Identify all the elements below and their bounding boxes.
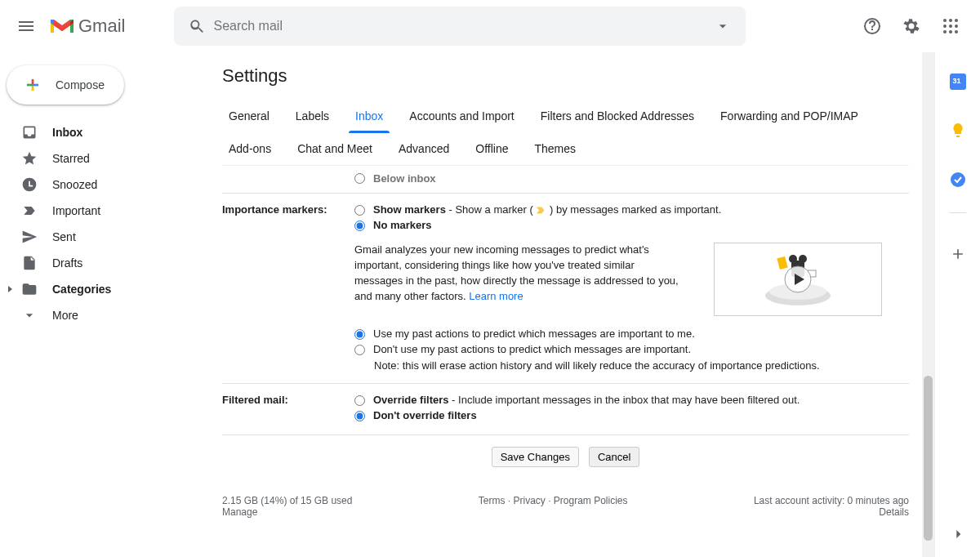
tab-themes[interactable]: Themes: [528, 132, 583, 165]
star-icon: [21, 150, 38, 167]
storage-text: 2.15 GB (14%) of 15 GB used: [222, 495, 352, 506]
compose-button[interactable]: Compose: [7, 65, 124, 105]
search-input[interactable]: [213, 19, 706, 33]
tab-filters[interactable]: Filters and Blocked Addresses: [534, 100, 701, 132]
terms-link[interactable]: Terms: [479, 495, 506, 506]
main-menu-button[interactable]: [7, 7, 46, 46]
apps-button[interactable]: [934, 10, 967, 42]
gmail-logo[interactable]: Gmail: [49, 16, 125, 37]
radio-below-inbox[interactable]: [354, 173, 365, 184]
sidebar-item-important[interactable]: Important: [0, 198, 209, 224]
nav-label: More: [52, 309, 78, 322]
footer-left: 2.15 GB (14%) of 15 GB used Manage: [222, 495, 352, 518]
svg-point-13: [943, 30, 947, 33]
filtered-label: Filtered mail:: [222, 394, 354, 425]
radio-use-past[interactable]: [354, 329, 365, 340]
settings-scroll[interactable]: Below inbox Importance markers: Show mar…: [222, 166, 909, 557]
compose-label: Compose: [56, 78, 105, 91]
sidebar-item-inbox[interactable]: Inbox: [0, 119, 209, 145]
side-keep[interactable]: [942, 114, 974, 147]
footer: 2.15 GB (14%) of 15 GB used Manage Terms…: [222, 488, 909, 531]
sidebar-item-categories[interactable]: Categories: [0, 276, 209, 302]
keep-icon: [950, 123, 966, 139]
header-right: [856, 10, 973, 42]
svg-point-19: [789, 255, 797, 263]
page-title: Settings: [222, 65, 909, 87]
sidebar-item-more[interactable]: More: [0, 302, 209, 328]
tab-offline[interactable]: Offline: [469, 132, 514, 165]
radio-dont-use-past[interactable]: [354, 345, 365, 355]
tab-general[interactable]: General: [222, 100, 276, 132]
tab-chat[interactable]: Chat and Meet: [291, 132, 379, 165]
clock-icon: [21, 176, 38, 193]
manage-storage-link[interactable]: Manage: [222, 506, 257, 518]
importance-explain-text: Gmail analyzes your new incoming message…: [354, 243, 681, 316]
side-panel: 31: [934, 52, 980, 557]
gear-icon: [902, 16, 921, 36]
tab-forwarding[interactable]: Forwarding and POP/IMAP: [714, 100, 865, 132]
tune-icon: [715, 18, 731, 34]
details-link[interactable]: Details: [879, 506, 909, 518]
scrollbar-thumb[interactable]: [924, 376, 933, 541]
nav-label: Sent: [52, 230, 76, 243]
nav-label: Categories: [52, 283, 111, 296]
radio-dont-override[interactable]: [354, 411, 365, 421]
important-icon: [21, 203, 38, 219]
save-button[interactable]: Save Changes: [492, 447, 579, 467]
side-tasks[interactable]: [942, 163, 974, 196]
nav-label: Starred: [52, 152, 90, 165]
sent-icon: [21, 229, 38, 245]
radio-show-markers[interactable]: [354, 205, 365, 216]
actions-row: Save Changes Cancel: [222, 435, 909, 488]
importance-video[interactable]: [714, 243, 882, 316]
svg-point-24: [951, 172, 965, 187]
caret-right-icon: [7, 283, 15, 296]
dont-use-past-text: Don't use my past actions to predict whi…: [373, 343, 691, 355]
side-collapse-button[interactable]: [942, 518, 974, 550]
categories-icon: [21, 281, 38, 297]
scrollbar[interactable]: [922, 52, 934, 557]
setting-row-filtered: Filtered mail: Override filters - Includ…: [222, 384, 909, 435]
setting-row-partial: Below inbox: [222, 166, 909, 194]
tab-accounts[interactable]: Accounts and Import: [403, 100, 520, 132]
radio-override-filters[interactable]: [354, 395, 365, 406]
sidebar-item-drafts[interactable]: Drafts: [0, 250, 209, 276]
tab-addons[interactable]: Add-ons: [222, 132, 278, 165]
nav-label: Inbox: [52, 126, 82, 139]
privacy-link[interactable]: Privacy: [513, 495, 545, 506]
hamburger-icon: [16, 16, 36, 36]
filtered-body: Override filters - Include important mes…: [354, 394, 909, 425]
side-calendar[interactable]: 31: [942, 65, 974, 98]
svg-point-12: [955, 25, 958, 28]
learn-more-link[interactable]: Learn more: [469, 290, 523, 302]
nav: Inbox Starred Snoozed Important Sent: [0, 119, 209, 328]
search-options-button[interactable]: [706, 10, 739, 42]
header: Gmail: [0, 0, 980, 52]
sidebar-item-snoozed[interactable]: Snoozed: [0, 172, 209, 198]
activity-text: Last account activity: 0 minutes ago: [754, 495, 909, 506]
plus-icon: [950, 246, 966, 262]
search-icon[interactable]: [180, 10, 213, 42]
svg-point-14: [949, 30, 952, 33]
settings-content: Settings General Labels Inbox Accounts a…: [209, 52, 922, 557]
footer-mid: Terms · Privacy · Program Policies: [479, 495, 628, 518]
side-addons-button[interactable]: [942, 238, 974, 270]
nav-label: Snoozed: [52, 178, 97, 191]
support-button[interactable]: [856, 10, 889, 42]
sidebar-item-sent[interactable]: Sent: [0, 224, 209, 250]
side-divider: [950, 212, 966, 213]
radio-no-markers[interactable]: [354, 221, 365, 231]
tab-advanced[interactable]: Advanced: [392, 132, 456, 165]
help-icon: [862, 16, 882, 36]
tab-inbox[interactable]: Inbox: [349, 100, 390, 132]
dont-override-text: Don't override filters: [373, 409, 477, 421]
cancel-button[interactable]: Cancel: [589, 447, 639, 467]
main: Settings General Labels Inbox Accounts a…: [209, 52, 980, 557]
settings-button[interactable]: [895, 10, 928, 42]
tab-labels[interactable]: Labels: [289, 100, 336, 132]
policies-link[interactable]: Program Policies: [554, 495, 628, 506]
chevron-right-icon: [950, 526, 966, 542]
search-bar: [174, 7, 746, 46]
sidebar-item-starred[interactable]: Starred: [0, 145, 209, 172]
sidebar: Compose Inbox Starred Snoozed Important: [0, 52, 209, 557]
